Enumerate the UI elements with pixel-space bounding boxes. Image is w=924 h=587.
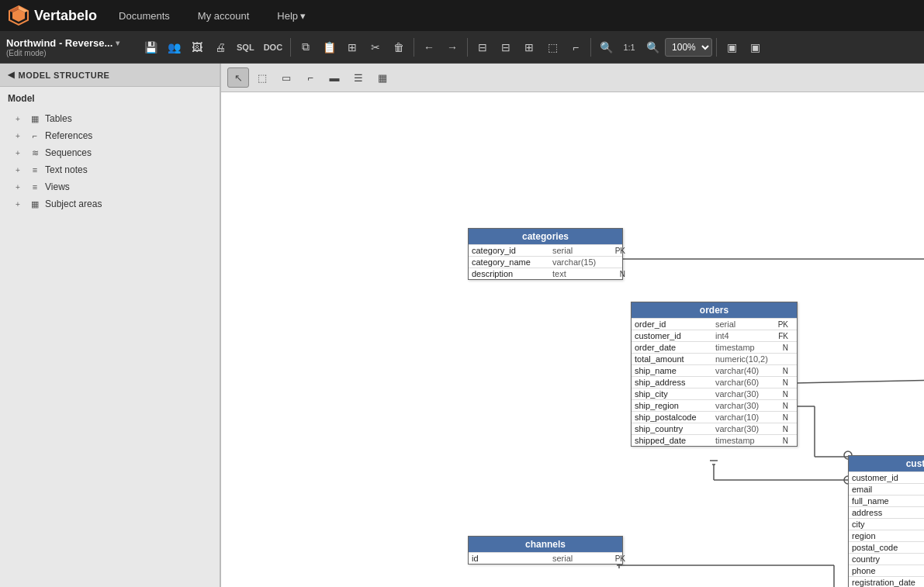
redo-button[interactable]: → — [441, 36, 463, 58]
expand-views-icon: + — [16, 183, 25, 192]
resize-button[interactable]: ⬚ — [542, 36, 563, 58]
table-categories-header: categories — [469, 229, 622, 244]
model-root: Model — [0, 87, 220, 110]
zoom-out-button[interactable]: 🔍 — [595, 36, 617, 58]
logo-icon — [8, 5, 29, 26]
collapse-icon: ◀ — [8, 70, 15, 80]
table-row: customer_id serial PK — [849, 471, 924, 483]
svg-line-9 — [795, 379, 924, 383]
references-label: References — [45, 130, 92, 141]
table-row: ship_address varchar(60) N — [632, 376, 797, 388]
table-customers[interactable]: customers customer_id serial PK email va… — [848, 455, 924, 587]
table-orders[interactable]: orders order_id serial PK customer_id in… — [631, 302, 798, 447]
table-row: postal_code varchar(10) N — [849, 541, 924, 553]
table-row: total_amount numeric(10,2) — [632, 353, 797, 364]
sidebar-item-views[interactable]: + ≡ Views — [0, 178, 220, 195]
tool-view[interactable]: ☰ — [348, 67, 369, 88]
logo-text: Vertabelo — [34, 8, 97, 24]
canvas[interactable]: categories category_id serial PK categor… — [221, 92, 924, 587]
cut-button[interactable]: ✂ — [365, 36, 386, 58]
chevron-down-icon: ▾ — [116, 39, 119, 47]
table-row: order_date timestamp N — [632, 341, 797, 353]
zoom-in-button[interactable]: 🔍 — [642, 36, 663, 58]
table-row: category_name varchar(15) — [469, 256, 622, 268]
undo-button[interactable]: ← — [418, 36, 440, 58]
sequences-icon: ≋ — [29, 148, 41, 158]
tool-select[interactable]: ↖ — [227, 67, 249, 88]
tool-note[interactable]: ▬ — [324, 67, 345, 88]
sidebar-item-tables[interactable]: + ▦ Tables — [0, 110, 220, 127]
expand-textnotes-icon: + — [16, 166, 25, 174]
nav-help[interactable]: Help ▾ — [271, 7, 312, 25]
app-logo[interactable]: Vertabelo — [8, 5, 97, 26]
doc-mode: (Edit mode) — [6, 49, 130, 57]
table-categories[interactable]: categories category_id serial PK categor… — [468, 228, 623, 280]
sidebar-item-sequences[interactable]: + ≋ Sequences — [0, 144, 220, 161]
sidebar-item-references[interactable]: + ⌐ References — [0, 127, 220, 144]
image-button[interactable]: 🖼 — [186, 36, 208, 58]
tables-icon: ▦ — [29, 114, 41, 124]
tool-subject-area[interactable]: ▦ — [372, 67, 393, 88]
table-row: description text N — [469, 268, 622, 279]
main-toolbar: Northwind - Reverse... ▾ (Edit mode) 💾 👥… — [0, 31, 924, 64]
duplicate-button[interactable]: ⊞ — [341, 36, 363, 58]
table-row: email varchar(128) — [849, 483, 924, 495]
nav-documents[interactable]: Documents — [112, 7, 176, 25]
table-row: ship_region varchar(30) N — [632, 399, 797, 411]
table-channels-header: channels — [469, 537, 622, 552]
print-button[interactable]: 🖨 — [209, 36, 231, 58]
sidebar: ◀ MODEL STRUCTURE Model + ▦ Tables + ⌐ R… — [0, 64, 221, 587]
tables-label: Tables — [45, 113, 72, 124]
model-structure-header: ◀ MODEL STRUCTURE — [0, 64, 220, 87]
table-row: ship_name varchar(40) N — [632, 364, 797, 376]
toolbar-sep-4 — [590, 38, 591, 57]
expand-references-icon: + — [16, 132, 25, 140]
distribute-v-button[interactable]: ⊞ — [518, 36, 540, 58]
views-icon: ≡ — [29, 182, 41, 192]
tool-reference[interactable]: ⌐ — [299, 67, 321, 88]
sequences-label: Sequences — [45, 147, 92, 158]
table-row: registration_date timestamp — [849, 576, 924, 587]
table-customers-header: customers — [849, 456, 924, 471]
tool-area-select[interactable]: ⬚ — [251, 67, 273, 88]
table-row: region varchar(30) N — [849, 530, 924, 541]
doc-button[interactable]: DOC — [260, 36, 286, 58]
sidebar-item-subject-areas[interactable]: + ▦ Subject areas — [0, 195, 220, 212]
view-mode-1-button[interactable]: ▣ — [721, 36, 742, 58]
save-button[interactable]: 💾 — [140, 36, 161, 58]
tool-table[interactable]: ▭ — [275, 67, 297, 88]
expand-subjectareas-icon: + — [16, 200, 25, 209]
sql-button[interactable]: SQL — [233, 36, 258, 58]
zoom-1to1-button[interactable]: 1:1 — [618, 36, 640, 58]
textnotes-icon: ≡ — [29, 165, 41, 174]
users-button[interactable]: 👥 — [163, 36, 185, 58]
table-row: ship_city varchar(30) N — [632, 388, 797, 399]
zoom-select[interactable]: 100% 75% 50% 125% 150% — [665, 38, 712, 57]
table-row: full_name varchar(40) — [849, 495, 924, 506]
table-row: phone varchar(24) N — [849, 565, 924, 576]
paste-button[interactable]: 📋 — [318, 36, 340, 58]
table-row: order_id serial PK — [632, 318, 797, 330]
nav-my-account[interactable]: My account — [192, 7, 255, 25]
align-button[interactable]: ⊟ — [472, 36, 493, 58]
textnotes-label: Text notes — [45, 164, 88, 175]
top-nav: Vertabelo Documents My account Help ▾ — [0, 0, 924, 31]
distribute-h-button[interactable]: ⊟ — [495, 36, 517, 58]
table-row: category_id serial PK — [469, 244, 622, 256]
angle-button[interactable]: ⌐ — [565, 36, 587, 58]
table-row: ship_country varchar(30) N — [632, 423, 797, 434]
copy-button[interactable]: ⧉ — [295, 36, 317, 58]
table-row: country varchar(30) N — [849, 553, 924, 565]
subjectareas-label: Subject areas — [45, 199, 102, 209]
expand-tables-icon: + — [16, 115, 25, 123]
delete-button[interactable]: 🗑 — [388, 36, 410, 58]
table-row: city varchar(30) N — [849, 518, 924, 530]
sidebar-item-text-notes[interactable]: + ≡ Text notes — [0, 161, 220, 178]
model-structure-label: MODEL STRUCTURE — [19, 71, 110, 80]
table-orders-header: orders — [632, 302, 797, 318]
view-mode-2-button[interactable]: ▣ — [744, 36, 766, 58]
table-channels[interactable]: channels id serial PK — [468, 536, 623, 565]
table-row: shipped_date timestamp N — [632, 434, 797, 446]
main-area: ◀ MODEL STRUCTURE Model + ▦ Tables + ⌐ R… — [0, 64, 924, 587]
views-label: Views — [45, 181, 70, 192]
